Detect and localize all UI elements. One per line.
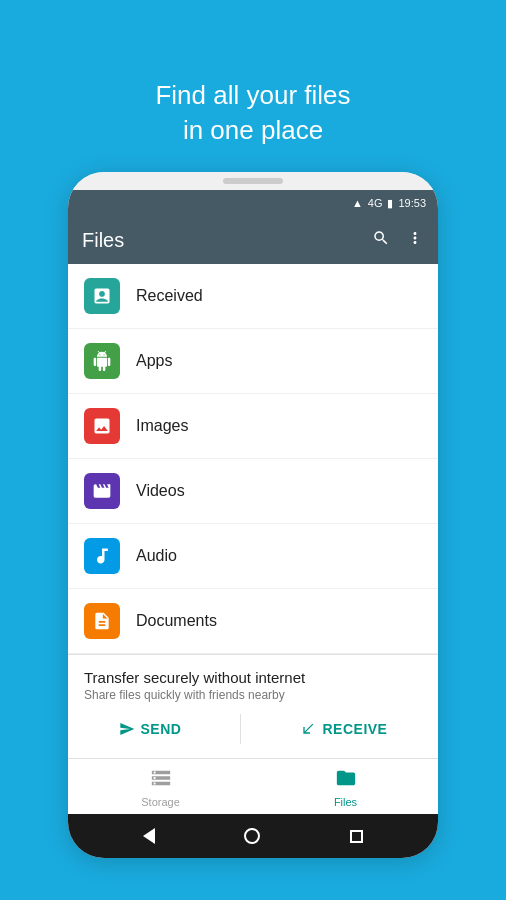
list-item-videos[interactable]: Videos <box>68 459 438 524</box>
status-bar: ▲ 4G ▮ 19:53 <box>68 190 438 216</box>
videos-icon <box>84 473 120 509</box>
audio-icon <box>84 538 120 574</box>
content-area: Received Apps Images <box>68 264 438 814</box>
send-label: SEND <box>141 721 182 737</box>
android-nav-bar <box>68 814 438 858</box>
bottom-nav: Storage Files <box>68 758 438 814</box>
storage-label: Storage <box>141 796 180 808</box>
transfer-buttons: SEND RECEIVE <box>84 714 422 744</box>
videos-label: Videos <box>136 482 185 500</box>
app-bar-icons <box>372 229 424 252</box>
list-item-received[interactable]: Received <box>68 264 438 329</box>
app-bar: Files <box>68 216 438 264</box>
headline: Find all your files in one place <box>125 38 380 148</box>
apps-icon <box>84 343 120 379</box>
apps-label: Apps <box>136 352 172 370</box>
storage-icon <box>150 767 172 794</box>
list-item-images[interactable]: Images <box>68 394 438 459</box>
headline-line1: Find all your files <box>155 80 350 110</box>
recents-button[interactable] <box>350 830 363 843</box>
audio-label: Audio <box>136 547 177 565</box>
phone-top-bar <box>68 172 438 190</box>
documents-icon <box>84 603 120 639</box>
search-icon[interactable] <box>372 229 390 252</box>
phone-frame: ▲ 4G ▮ 19:53 Files <box>68 172 438 858</box>
documents-label: Documents <box>136 612 217 630</box>
transfer-divider <box>240 714 241 744</box>
transfer-subtitle: Share files quickly with friends nearby <box>84 688 422 702</box>
received-label: Received <box>136 287 203 305</box>
receive-button[interactable]: RECEIVE <box>290 714 397 744</box>
images-label: Images <box>136 417 188 435</box>
list-item-documents[interactable]: Documents <box>68 589 438 654</box>
more-options-icon[interactable] <box>406 229 424 252</box>
images-icon <box>84 408 120 444</box>
battery-icon: ▮ <box>387 197 393 210</box>
phone-speaker <box>223 178 283 184</box>
nav-files[interactable]: Files <box>253 759 438 814</box>
nav-storage[interactable]: Storage <box>68 759 253 814</box>
app-bar-title: Files <box>82 229 124 252</box>
receive-label: RECEIVE <box>322 721 387 737</box>
time-label: 19:53 <box>398 197 426 209</box>
signal-icon: ▲ <box>352 197 363 209</box>
received-icon <box>84 278 120 314</box>
files-icon <box>335 767 357 794</box>
transfer-title: Transfer securely without internet <box>84 669 422 686</box>
send-button[interactable]: SEND <box>109 714 192 744</box>
network-label: 4G <box>368 197 383 209</box>
list-item-apps[interactable]: Apps <box>68 329 438 394</box>
back-button[interactable] <box>143 828 155 844</box>
home-button[interactable] <box>244 828 260 844</box>
headline-line2: in one place <box>183 115 323 145</box>
transfer-section: Transfer securely without internet Share… <box>68 654 438 758</box>
files-label: Files <box>334 796 357 808</box>
list-item-audio[interactable]: Audio <box>68 524 438 589</box>
